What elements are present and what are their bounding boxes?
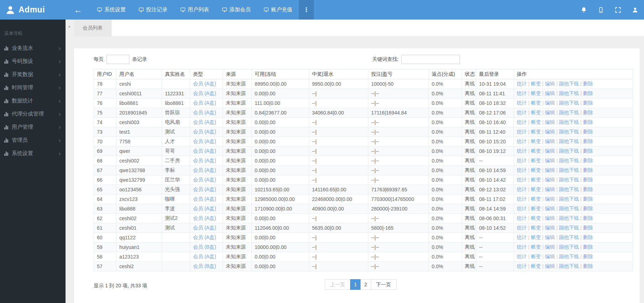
op-link-stats[interactable]: 统计 (517, 119, 527, 125)
op-link-delete[interactable]: 删除 (583, 186, 593, 192)
op-link-stats[interactable]: 统计 (517, 177, 527, 182)
op-link-account-change[interactable]: 帐变 (531, 138, 541, 144)
op-link-kick-offline[interactable]: 踢他下线 (559, 129, 579, 134)
op-link-stats[interactable]: 统计 (517, 138, 527, 144)
pagination-next-button[interactable]: 下一页 (371, 279, 396, 290)
op-link-edit[interactable]: 编辑 (545, 167, 555, 173)
app-logo[interactable]: Admui (0, 0, 66, 20)
op-link-account-change[interactable]: 帐变 (531, 254, 541, 259)
sidebar-item[interactable]: 代理分成管理 › (0, 107, 66, 121)
member-type-link[interactable]: 会员 (A盘) (193, 90, 216, 96)
op-link-edit[interactable]: 编辑 (545, 177, 555, 182)
op-link-delete[interactable]: 删除 (583, 81, 593, 86)
op-link-edit[interactable]: 编辑 (545, 148, 555, 154)
op-link-kick-offline[interactable]: 踢他下线 (559, 244, 579, 250)
op-link-edit[interactable]: 编辑 (545, 158, 555, 163)
op-link-account-change[interactable]: 帐变 (531, 129, 541, 134)
op-link-stats[interactable]: 统计 (517, 167, 527, 173)
op-link-account-change[interactable]: 帐变 (531, 225, 541, 230)
op-link-account-change[interactable]: 帐变 (531, 196, 541, 202)
op-link-stats[interactable]: 统计 (517, 225, 527, 230)
op-link-edit[interactable]: 编辑 (545, 215, 555, 221)
op-link-edit[interactable]: 编辑 (545, 206, 555, 211)
op-link-kick-offline[interactable]: 踢他下线 (559, 196, 579, 202)
op-link-edit[interactable]: 编辑 (545, 129, 555, 134)
op-link-edit[interactable]: 编辑 (545, 138, 555, 144)
op-link-delete[interactable]: 删除 (583, 100, 593, 106)
op-link-delete[interactable]: 删除 (583, 90, 593, 96)
user-profile-icon[interactable] (632, 7, 638, 13)
op-link-stats[interactable]: 统计 (517, 186, 527, 192)
op-link-kick-offline[interactable]: 踢他下线 (559, 206, 579, 211)
mobile-device-icon[interactable] (598, 7, 604, 13)
op-link-edit[interactable]: 编辑 (545, 90, 555, 96)
op-link-stats[interactable]: 统计 (517, 196, 527, 202)
op-link-kick-offline[interactable]: 踢他下线 (559, 254, 579, 259)
op-link-kick-offline[interactable]: 踢他下线 (559, 167, 579, 173)
sidebar-item[interactable]: 系统设置 › (0, 147, 66, 160)
pagination-page-1[interactable]: 1 (350, 279, 361, 290)
op-link-kick-offline[interactable]: 踢他下线 (559, 100, 579, 106)
op-link-delete[interactable]: 删除 (583, 225, 593, 230)
op-link-stats[interactable]: 统计 (517, 129, 527, 134)
op-link-edit[interactable]: 编辑 (545, 110, 555, 115)
op-link-stats[interactable]: 统计 (517, 100, 527, 106)
op-link-stats[interactable]: 统计 (517, 244, 527, 250)
op-link-account-change[interactable]: 帐变 (531, 234, 541, 240)
member-type-link[interactable]: 会员 (A盘) (193, 196, 216, 202)
op-link-account-change[interactable]: 帐变 (531, 90, 541, 96)
op-link-delete[interactable]: 删除 (583, 167, 593, 173)
op-link-delete[interactable]: 删除 (583, 129, 593, 134)
member-type-link[interactable]: 会员 (A盘) (193, 129, 216, 134)
op-link-delete[interactable]: 删除 (583, 254, 593, 259)
op-link-account-change[interactable]: 帐变 (531, 167, 541, 173)
op-link-delete[interactable]: 删除 (583, 206, 593, 211)
op-link-account-change[interactable]: 帐变 (531, 215, 541, 221)
op-link-account-change[interactable]: 帐变 (531, 186, 541, 192)
op-link-delete[interactable]: 删除 (583, 110, 593, 115)
sidebar-collapse-arrow-icon[interactable]: ▲ (68, 25, 71, 28)
pagination-prev-button[interactable]: 上一页 (325, 279, 350, 290)
op-link-kick-offline[interactable]: 踢他下线 (559, 186, 579, 192)
op-link-delete[interactable]: 删除 (583, 215, 593, 221)
op-link-stats[interactable]: 统计 (517, 215, 527, 221)
member-type-link[interactable]: 会员 (B盘) (193, 244, 216, 250)
pagination-page-2[interactable]: 2 (360, 279, 371, 290)
op-link-kick-offline[interactable]: 踢他下线 (559, 148, 579, 154)
member-type-link[interactable]: 会员 (A盘) (193, 177, 216, 182)
op-link-delete[interactable]: 删除 (583, 244, 593, 250)
op-link-delete[interactable]: 删除 (583, 148, 593, 154)
op-link-edit[interactable]: 编辑 (545, 225, 555, 230)
member-type-link[interactable]: 会员 (A盘) (193, 81, 216, 86)
member-type-link[interactable]: 会员 (A盘) (193, 138, 216, 144)
top-nav-item[interactable]: 系统设置 (90, 0, 132, 20)
op-link-account-change[interactable]: 帐变 (531, 110, 541, 115)
fullscreen-icon[interactable] (615, 7, 621, 13)
notification-bell-icon[interactable] (581, 7, 587, 13)
op-link-delete[interactable]: 删除 (583, 196, 593, 202)
op-link-kick-offline[interactable]: 踢他下线 (559, 138, 579, 144)
op-link-delete[interactable]: 删除 (583, 158, 593, 163)
op-link-kick-offline[interactable]: 踢他下线 (559, 263, 579, 269)
member-type-link[interactable]: 会员 (A盘) (193, 100, 216, 106)
op-link-kick-offline[interactable]: 踢他下线 (559, 110, 579, 115)
op-link-edit[interactable]: 编辑 (545, 234, 555, 240)
op-link-edit[interactable]: 编辑 (545, 100, 555, 106)
op-link-kick-offline[interactable]: 踢他下线 (559, 81, 579, 86)
sidebar-item[interactable]: 用户管理 › (0, 121, 66, 134)
back-arrow-button[interactable]: ← (66, 0, 90, 20)
op-link-edit[interactable]: 编辑 (545, 254, 555, 259)
op-link-edit[interactable]: 编辑 (545, 186, 555, 192)
op-link-stats[interactable]: 统计 (517, 148, 527, 154)
op-link-account-change[interactable]: 帐变 (531, 177, 541, 182)
op-link-edit[interactable]: 编辑 (545, 119, 555, 125)
op-link-delete[interactable]: 删除 (583, 263, 593, 269)
per-page-input[interactable] (107, 55, 129, 64)
member-type-link[interactable]: 会员 (A盘) (193, 225, 216, 230)
op-link-edit[interactable]: 编辑 (545, 196, 555, 202)
op-link-account-change[interactable]: 帐变 (531, 244, 541, 250)
sidebar-item[interactable]: 号码预设 › (0, 55, 66, 68)
op-link-stats[interactable]: 统计 (517, 206, 527, 211)
more-menu-button[interactable]: ⋮ (299, 0, 314, 20)
top-nav-item[interactable]: 投注记录 (132, 0, 174, 20)
